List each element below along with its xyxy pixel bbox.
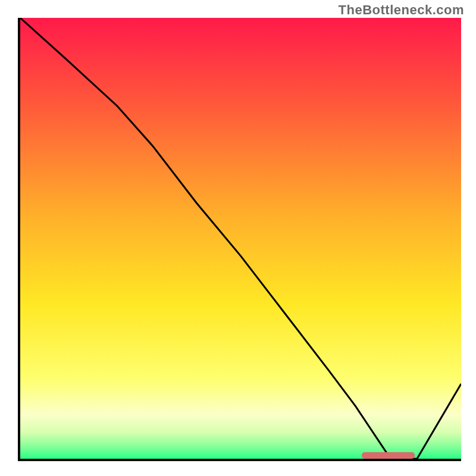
plot-area [18, 18, 461, 461]
optimal-range-marker [362, 452, 415, 459]
watermark-text: TheBottleneck.com [339, 2, 464, 18]
bottleneck-curve [20, 18, 461, 459]
